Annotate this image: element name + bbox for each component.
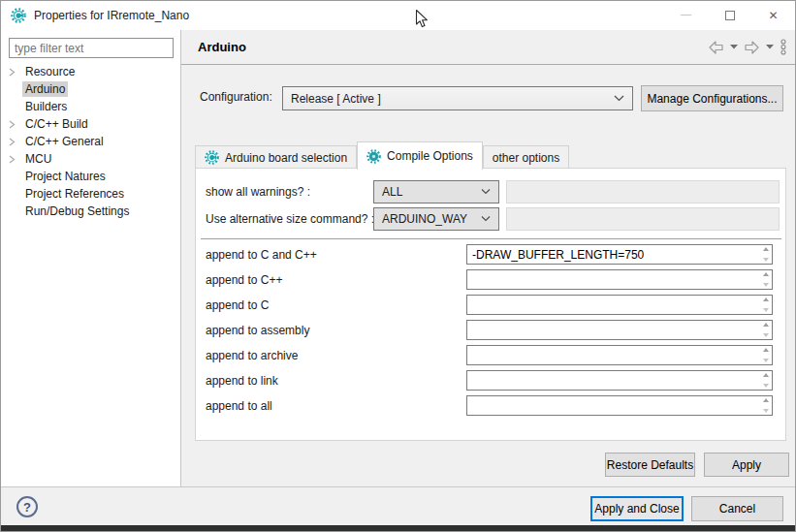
sidebar-item-label: Run/Debug Settings	[22, 203, 132, 219]
restore-defaults-button[interactable]: Restore Defaults	[605, 453, 695, 477]
history-nav	[708, 39, 787, 55]
sidebar-item-builders[interactable]: Builders	[1, 98, 180, 115]
append-c-cpp-field	[466, 244, 773, 265]
append-cpp-field	[466, 269, 773, 290]
back-dropdown-icon[interactable]	[730, 45, 738, 49]
page-header: Arduino	[181, 30, 796, 65]
append-assembly-input[interactable]	[466, 320, 773, 340]
tabstrip: Arduino board selection Compile Options …	[195, 141, 569, 169]
footer-bar: ? Apply and Close Cancel	[1, 486, 795, 525]
append-c-input[interactable]	[466, 295, 773, 315]
scroll-spinner-icon[interactable]	[761, 373, 770, 388]
gear-icon	[366, 149, 381, 164]
forward-icon[interactable]	[744, 41, 760, 54]
append-c-label: append to C	[206, 298, 269, 312]
append-c-cpp-input[interactable]	[466, 244, 773, 265]
tab-label: other options	[493, 151, 559, 165]
append-all-input[interactable]	[466, 395, 773, 416]
maximize-button[interactable]	[708, 1, 751, 30]
sidebar-item-arduino[interactable]: Arduino	[1, 80, 180, 98]
sidebar-item-label: C/C++ Build	[22, 116, 91, 132]
alternative-size-extra-field	[506, 207, 780, 231]
append-archive-label: append to archive	[206, 349, 298, 362]
sidebar-item-label: Builders	[22, 99, 70, 114]
scroll-spinner-icon[interactable]	[761, 297, 770, 312]
close-icon: ✕	[768, 9, 778, 22]
show-warnings-value: ALL	[382, 185, 481, 199]
scroll-spinner-icon[interactable]	[761, 272, 770, 287]
show-warnings-combo[interactable]: ALL	[373, 180, 499, 203]
properties-dialog: Properties for IRremote_Nano — ✕	[0, 0, 796, 532]
scroll-spinner-icon[interactable]	[761, 348, 770, 362]
tab-compile-options[interactable]: Compile Options	[357, 141, 483, 170]
chevron-right-icon[interactable]	[9, 120, 22, 129]
window-controls: — ✕	[664, 1, 795, 30]
apply-button[interactable]: Apply	[704, 453, 789, 477]
sidebar-item-mcu[interactable]: MCU	[1, 150, 180, 168]
sidebar-item-label: Project References	[22, 186, 127, 202]
sidebar-item-label: Arduino	[22, 81, 68, 97]
back-icon[interactable]	[708, 41, 724, 54]
append-assembly-field	[466, 320, 773, 340]
window-title: Properties for IRremote_Nano	[34, 9, 189, 22]
append-link-input[interactable]	[466, 370, 773, 391]
chevron-right-icon[interactable]	[9, 68, 22, 77]
close-button[interactable]: ✕	[751, 1, 795, 30]
cancel-button[interactable]: Cancel	[691, 496, 783, 521]
sidebar-item-project-natures[interactable]: Project Natures	[1, 168, 180, 185]
scroll-spinner-icon[interactable]	[761, 323, 770, 337]
separator	[201, 238, 781, 239]
properties-tree: Resource Arduino Builders C/C++ Build	[1, 63, 180, 220]
tab-other-options[interactable]: other options	[483, 145, 569, 169]
sidebar-item-cpp-general[interactable]: C/C++ General	[1, 133, 180, 150]
tab-label: Compile Options	[387, 149, 473, 163]
maximize-icon	[725, 11, 735, 20]
help-icon[interactable]: ?	[16, 496, 38, 517]
tab-arduino-board-selection[interactable]: Arduino board selection	[195, 145, 357, 169]
sidebar-item-label: C/C++ General	[22, 134, 107, 149]
forward-dropdown-icon[interactable]	[766, 45, 774, 49]
show-warnings-extra-field	[506, 180, 780, 203]
gear-icon	[205, 150, 219, 165]
chevron-right-icon[interactable]	[9, 138, 22, 146]
sidebar-item-project-references[interactable]: Project References	[1, 185, 180, 203]
alternative-size-label: Use alternative size command? :	[206, 212, 374, 226]
manage-configurations-button[interactable]: Manage Configurations...	[641, 85, 783, 111]
filter-input[interactable]	[9, 38, 174, 58]
configuration-combo-value: Release [ Active ]	[291, 92, 614, 106]
tab-label: Arduino board selection	[225, 151, 347, 165]
sidebar-item-label: Resource	[22, 64, 78, 79]
append-archive-field	[466, 345, 773, 365]
sidebar-item-resource[interactable]: Resource	[1, 63, 180, 80]
sidebar-item-label: Project Natures	[22, 169, 109, 184]
minimize-button[interactable]: —	[664, 1, 708, 30]
append-link-field	[466, 370, 773, 391]
append-cpp-label: append to C++	[206, 273, 282, 287]
minimize-icon: —	[681, 8, 691, 19]
append-c-cpp-label: append to C and C++	[206, 248, 317, 262]
append-all-label: append to all	[206, 399, 272, 413]
titlebar: Properties for IRremote_Nano — ✕	[1, 1, 795, 30]
alternative-size-combo[interactable]: ARDUINO_WAY	[373, 207, 499, 231]
append-archive-input[interactable]	[466, 345, 773, 365]
scroll-spinner-icon[interactable]	[761, 398, 770, 413]
configuration-combo[interactable]: Release [ Active ]	[282, 86, 633, 110]
view-menu-icon[interactable]	[780, 39, 787, 55]
sidebar: Resource Arduino Builders C/C++ Build	[1, 30, 181, 486]
configuration-label: Configuration:	[200, 90, 272, 104]
append-link-label: append to link	[206, 374, 278, 388]
append-c-field	[466, 295, 773, 315]
scroll-spinner-icon[interactable]	[761, 247, 770, 262]
sidebar-item-run-debug-settings[interactable]: Run/Debug Settings	[1, 203, 180, 220]
chevron-right-icon[interactable]	[9, 155, 22, 164]
append-all-field	[466, 395, 773, 416]
chevron-down-icon	[481, 189, 491, 195]
configuration-row: Configuration: Release [ Active ] Manage…	[181, 84, 796, 113]
sidebar-item-label: MCU	[22, 151, 54, 167]
sidebar-item-cpp-build[interactable]: C/C++ Build	[1, 115, 180, 133]
apply-and-close-button[interactable]: Apply and Close	[590, 496, 684, 521]
sloeber-gear-icon	[11, 8, 26, 23]
append-cpp-input[interactable]	[466, 269, 773, 290]
chevron-down-icon	[614, 95, 624, 102]
background-window-strip	[1, 525, 795, 532]
